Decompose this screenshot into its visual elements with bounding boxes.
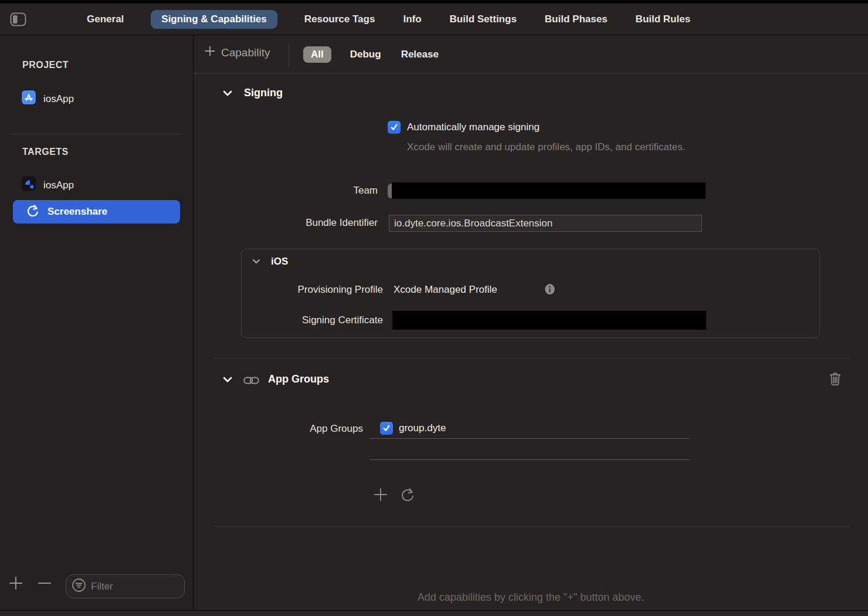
add-app-group-button[interactable] <box>372 486 389 505</box>
add-capability-label: Capability <box>221 46 270 59</box>
signing-certificate-value-redacted <box>392 311 706 330</box>
signing-certificate-label: Signing Certificate <box>242 314 383 326</box>
delete-capability-trash-icon[interactable] <box>829 371 842 389</box>
scope-all[interactable]: All <box>303 46 331 63</box>
tab-build-rules[interactable]: Build Rules <box>635 10 692 29</box>
team-label: Team <box>194 185 378 197</box>
auto-manage-signing-note: Xcode will create and update profiles, a… <box>407 140 706 155</box>
sidebar-item-target-iosapp[interactable]: iosApp <box>21 176 74 194</box>
toolbar-separator <box>289 43 289 66</box>
list-row-divider <box>369 438 690 439</box>
app-group-list-item[interactable]: group.dyte <box>380 422 446 435</box>
filter-icon <box>72 578 86 595</box>
tab-general[interactable]: General <box>86 10 125 29</box>
tab-build-phases[interactable]: Build Phases <box>544 10 609 29</box>
app-group-name: group.dyte <box>399 422 446 434</box>
sidebar-bottom-controls <box>0 564 193 600</box>
app-groups-collapse-chevron-icon[interactable] <box>222 374 233 387</box>
target-app-icon <box>21 176 36 194</box>
section-divider <box>214 358 850 358</box>
signing-section-title: Signing <box>244 87 283 99</box>
filter-input[interactable] <box>91 581 184 593</box>
ios-collapse-chevron-icon[interactable] <box>252 257 261 268</box>
tab-build-settings[interactable]: Build Settings <box>449 10 518 29</box>
app-groups-section-title: App Groups <box>268 373 329 385</box>
filter-field[interactable] <box>66 574 185 598</box>
tab-signing-capabilities[interactable]: Signing & Capabilities <box>151 10 277 29</box>
sidebar-item-target-screenshare[interactable]: Screenshare <box>13 200 180 224</box>
extension-icon <box>26 204 40 221</box>
sidebar-item-label: iosApp <box>43 93 74 105</box>
provisioning-profile-label: Provisioning Profile <box>242 284 383 296</box>
window-bottom-bar <box>0 610 868 616</box>
info-icon[interactable] <box>544 283 555 297</box>
sidebar-item-project-iosapp[interactable]: iosApp <box>21 90 74 108</box>
signing-capabilities-editor: Capability All Debug Release Signing Aut… <box>194 35 868 610</box>
app-groups-list-buttons <box>372 486 416 505</box>
app-groups-link-icon <box>243 375 259 388</box>
sidebar-toggle-icon[interactable] <box>10 12 26 26</box>
remove-target-button[interactable] <box>36 575 53 594</box>
ios-signing-group: iOS Provisioning Profile Xcode Managed P… <box>241 249 820 338</box>
app-group-checkbox[interactable] <box>380 422 393 435</box>
build-config-scopes: All Debug Release <box>303 35 440 74</box>
project-app-icon <box>21 90 36 108</box>
sidebar-divider <box>11 134 182 134</box>
app-groups-field-label: App Groups <box>194 423 363 435</box>
signing-collapse-chevron-icon[interactable] <box>222 88 233 101</box>
scope-debug[interactable]: Debug <box>349 46 382 63</box>
plus-icon <box>204 45 216 60</box>
add-capabilities-hint: Add capabilities by clicking the "+" but… <box>194 591 868 604</box>
targets-section-header: TARGETS <box>22 147 69 157</box>
editor-tab-bar: General Signing & Capabilities Resource … <box>0 4 868 35</box>
team-popup-button[interactable] <box>388 182 706 199</box>
bundle-identifier-input[interactable] <box>389 215 702 232</box>
auto-manage-signing-row[interactable]: Automatically manage signing <box>388 121 540 134</box>
refresh-app-groups-button[interactable] <box>399 486 416 505</box>
tab-resource-tags[interactable]: Resource Tags <box>303 10 377 29</box>
provisioning-profile-value: Xcode Managed Profile <box>394 284 497 296</box>
tab-strip: General Signing & Capabilities Resource … <box>86 4 691 35</box>
add-target-button[interactable] <box>8 575 24 594</box>
list-row-divider <box>369 459 690 460</box>
add-capability-button[interactable]: Capability <box>204 45 270 60</box>
sidebar-item-label: Screenshare <box>48 206 107 218</box>
bundle-identifier-label: Bundle Identifier <box>194 217 378 229</box>
scope-release[interactable]: Release <box>400 46 440 63</box>
project-section-header: PROJECT <box>22 60 69 70</box>
auto-manage-signing-label: Automatically manage signing <box>407 121 540 133</box>
project-targets-sidebar: PROJECT iosApp TARGETS <box>0 35 194 610</box>
sidebar-item-label: iosApp <box>43 180 74 191</box>
capability-toolbar: Capability All Debug Release <box>194 35 868 74</box>
tab-info[interactable]: Info <box>402 10 422 29</box>
section-divider <box>214 526 850 527</box>
ios-group-title: iOS <box>271 256 288 268</box>
team-value-redacted <box>392 182 706 199</box>
auto-manage-signing-checkbox[interactable] <box>388 121 401 134</box>
